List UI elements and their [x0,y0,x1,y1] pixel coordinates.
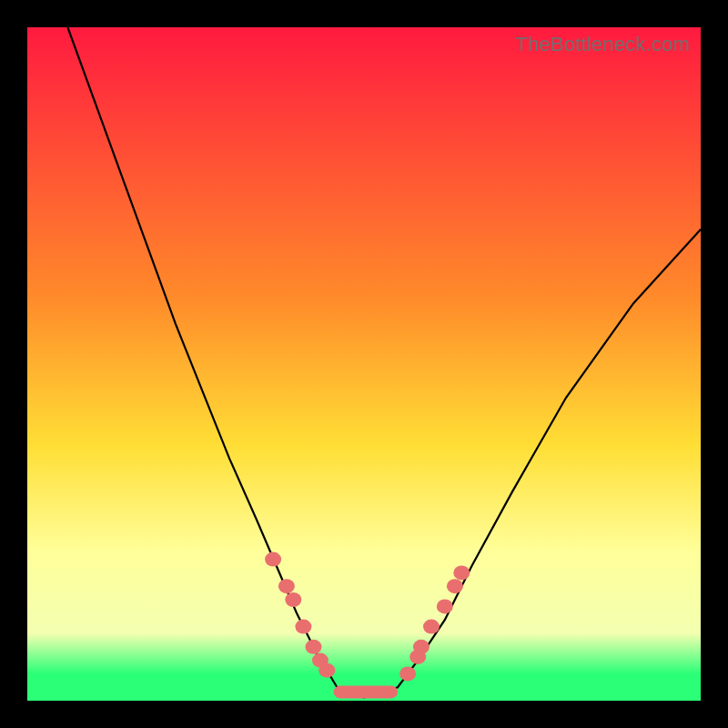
svg-point-8 [399,666,416,681]
svg-point-4 [295,620,311,634]
svg-point-10 [413,640,430,654]
svg-point-14 [453,565,470,580]
flat-bottom-ridge [334,685,398,698]
svg-point-11 [423,620,440,634]
svg-point-12 [437,599,453,613]
svg-point-5 [306,640,322,654]
plot-area: TheBottleneck.com [27,27,701,701]
highlight-dots-group [265,552,470,682]
chart-frame: TheBottleneck.com [0,0,728,728]
curve-svg [27,27,701,701]
svg-point-13 [447,579,463,593]
svg-point-2 [278,579,295,593]
svg-point-3 [285,592,301,607]
bottleneck-curve [67,27,701,697]
svg-point-1 [265,552,281,567]
svg-point-7 [318,663,335,678]
svg-rect-0 [334,685,398,698]
